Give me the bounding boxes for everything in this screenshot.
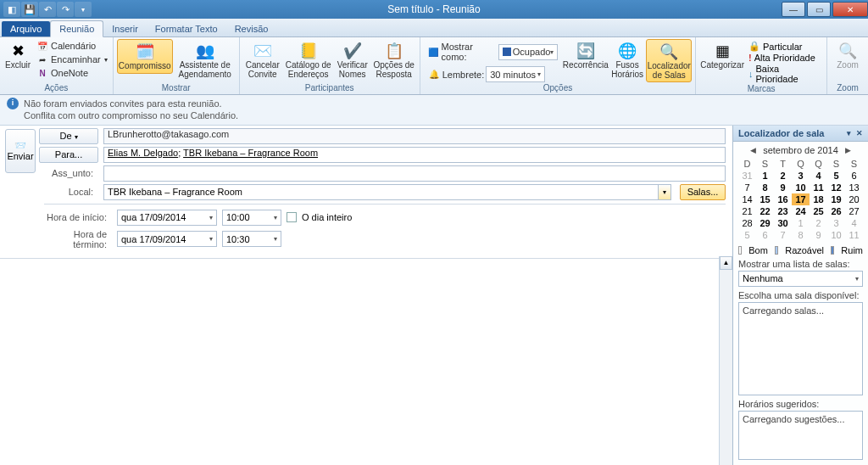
calendar-day[interactable]: 14: [738, 193, 756, 205]
calendar-day[interactable]: 8: [792, 229, 810, 241]
local-dropdown[interactable]: ▾: [658, 184, 671, 200]
time-start-select[interactable]: 10:00▾: [222, 210, 281, 226]
calendar-day[interactable]: 3: [827, 217, 845, 229]
calendar-day[interactable]: 11: [845, 229, 863, 241]
calendar-day[interactable]: 17: [792, 193, 810, 205]
qat-outlook-icon[interactable]: ◧: [3, 2, 20, 17]
calendar-day[interactable]: 24: [792, 205, 810, 217]
verificar-nomes-button[interactable]: ✔️ Verificar Nomes: [335, 39, 370, 81]
calendar-day[interactable]: 4: [810, 170, 827, 182]
categorizar-button[interactable]: ▦ Categorizar: [699, 39, 745, 72]
file-tab[interactable]: Arquivo: [2, 21, 50, 36]
calendar-day[interactable]: 10: [827, 229, 845, 241]
onenote-button[interactable]: NOneNote: [34, 66, 109, 80]
calendar-day[interactable]: 16: [774, 193, 792, 205]
calendar-day[interactable]: 2: [810, 217, 827, 229]
message-body[interactable]: [0, 258, 719, 465]
calendar-day[interactable]: 31: [738, 170, 756, 182]
calendar-day[interactable]: 4: [845, 217, 863, 229]
calendar-day[interactable]: 5: [738, 229, 756, 241]
local-input[interactable]: [103, 184, 658, 200]
para-field[interactable]: Elias M. Delgado; TBR Ikebana – Fragranc…: [103, 147, 726, 163]
calendar-day[interactable]: 13: [845, 182, 863, 193]
tab-revisao[interactable]: Revisão: [226, 21, 277, 36]
catalogo-enderecos-button[interactable]: 📒 Catálogo de Endereços: [284, 39, 333, 81]
horarios-sugeridos-list[interactable]: Carregando sugestões...: [738, 411, 863, 460]
cal-next-icon[interactable]: ▶: [845, 146, 851, 154]
date-end-select[interactable]: qua 17/09/2014▾: [117, 231, 217, 247]
tab-inserir[interactable]: Inserir: [103, 21, 147, 36]
calendar-day[interactable]: 15: [756, 193, 774, 205]
calendar-day[interactable]: 7: [738, 182, 756, 193]
close-button[interactable]: ✕: [832, 2, 868, 17]
rf-close-icon[interactable]: ✕: [856, 129, 863, 137]
rf-dropdown-icon[interactable]: ▾: [847, 129, 851, 137]
calendar-day[interactable]: 12: [827, 182, 845, 193]
lembrete-select[interactable]: 30 minutos▾: [486, 66, 545, 82]
time-end-select[interactable]: 10:30▾: [222, 231, 281, 247]
recorrencia-button[interactable]: 🔄 Recorrência: [563, 39, 609, 72]
date-start-select[interactable]: qua 17/09/2014▾: [117, 210, 217, 226]
tab-formatar-texto[interactable]: Formatar Texto: [147, 21, 226, 36]
localizador-salas-button[interactable]: 🔍 Localizador de Salas: [646, 39, 692, 82]
mostrar-como-select[interactable]: Ocupado▾: [498, 44, 558, 60]
maximize-button[interactable]: ▭: [807, 2, 831, 17]
alta-prioridade-button[interactable]: !Alta Prioridade: [747, 53, 823, 63]
calendar-day[interactable]: 1: [792, 217, 810, 229]
calendar-day[interactable]: 6: [845, 170, 863, 182]
assunto-input[interactable]: [103, 165, 726, 182]
lista-salas-select[interactable]: Nenhuma▾: [738, 271, 863, 287]
calendar-day[interactable]: 8: [756, 182, 774, 193]
minimize-button[interactable]: —: [782, 2, 805, 17]
send-button[interactable]: 📨 Enviar: [5, 129, 36, 173]
para-button[interactable]: Para...: [39, 147, 98, 163]
cancelar-convite-button[interactable]: ✉️ Cancelar Convite: [243, 39, 282, 81]
calendar-day[interactable]: 5: [827, 170, 845, 182]
de-button[interactable]: De ▾: [39, 128, 98, 144]
qat-save-icon[interactable]: 💾: [21, 2, 38, 17]
para-recipient-1[interactable]: Elias M. Delgado: [108, 148, 178, 158]
calendar-day[interactable]: 28: [738, 217, 756, 229]
calendar-day[interactable]: 30: [774, 217, 792, 229]
qat-dropdown-icon[interactable]: ▾: [75, 2, 92, 17]
cal-prev-icon[interactable]: ◀: [750, 146, 756, 154]
calendar-day[interactable]: 25: [810, 205, 827, 217]
baixa-prioridade-button[interactable]: ↓Baixa Prioridade: [747, 64, 823, 84]
calendar-day[interactable]: 7: [774, 229, 792, 241]
dia-inteiro-checkbox[interactable]: [287, 212, 297, 222]
calendar-day[interactable]: 22: [756, 205, 774, 217]
calendar-day[interactable]: 19: [827, 193, 845, 205]
compromisso-button[interactable]: 🗓️ Compromisso: [117, 39, 173, 74]
calendario-button[interactable]: 📅Calendário: [34, 39, 109, 53]
calendar-day[interactable]: 18: [810, 193, 827, 205]
calendar-day[interactable]: 26: [827, 205, 845, 217]
calendar-day[interactable]: 9: [810, 229, 827, 241]
tab-reuniao[interactable]: Reunião: [50, 20, 103, 37]
calendar-day[interactable]: 21: [738, 205, 756, 217]
calendar-day[interactable]: 6: [756, 229, 774, 241]
body-scrollbar[interactable]: ▲ ▼: [719, 256, 732, 465]
fusos-horarios-button[interactable]: 🌐 Fusos Horários: [610, 39, 645, 81]
calendar-day[interactable]: 11: [810, 182, 827, 193]
qat-redo-icon[interactable]: ↷: [57, 2, 74, 17]
calendar-day[interactable]: 3: [792, 170, 810, 182]
para-recipient-2[interactable]: TBR Ikebana – Fragrance Room: [183, 148, 318, 158]
calendar-day[interactable]: 2: [774, 170, 792, 182]
opcoes-resposta-button[interactable]: 📋 Opções de Resposta: [372, 39, 416, 81]
calendar-day[interactable]: 9: [774, 182, 792, 193]
calendar-day[interactable]: 27: [845, 205, 863, 217]
qat-undo-icon[interactable]: ↶: [39, 2, 56, 17]
assistente-agendamento-button[interactable]: 👥 Assistente de Agendamento: [175, 39, 236, 81]
calendar-day[interactable]: 23: [774, 205, 792, 217]
zoom-button[interactable]: 🔍 Zoom: [831, 39, 865, 72]
salas-button[interactable]: Salas...: [680, 184, 726, 200]
salas-disponiveis-list[interactable]: Carregando salas...: [738, 302, 863, 395]
excluir-button[interactable]: ✖ Excluir: [3, 39, 32, 72]
calendar-day[interactable]: 20: [845, 193, 863, 205]
calendar-day[interactable]: 29: [756, 217, 774, 229]
scroll-up-icon[interactable]: ▲: [720, 256, 732, 270]
encaminhar-button[interactable]: ➦Encaminhar▾: [34, 53, 109, 66]
particular-button[interactable]: 🔒Particular: [747, 41, 823, 52]
calendar-day[interactable]: 1: [756, 170, 774, 182]
calendar-day[interactable]: 10: [792, 182, 810, 193]
